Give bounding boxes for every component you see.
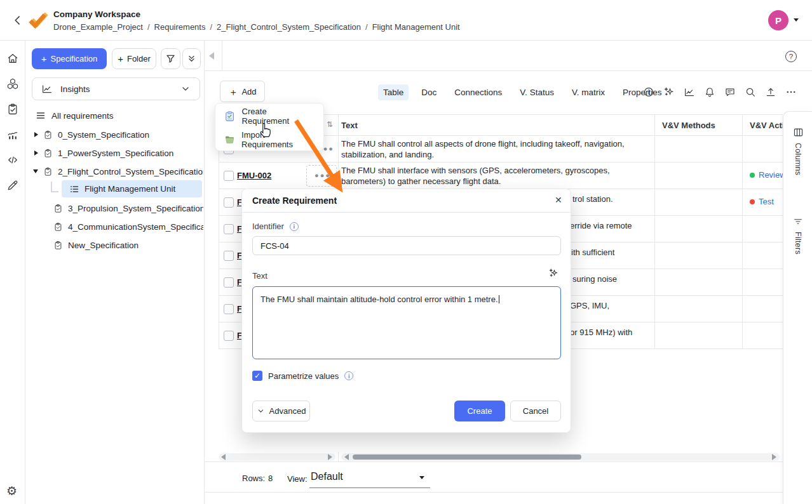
product-tree-icon[interactable] (6, 77, 19, 90)
app-rail: ⚙ (0, 41, 25, 504)
search-icon[interactable] (745, 86, 756, 98)
tree-connector (50, 182, 60, 196)
requirements-icon[interactable] (6, 103, 19, 116)
back-button[interactable] (11, 14, 24, 27)
view-select[interactable]: Default (309, 469, 430, 488)
table-horizontal-scrollbar[interactable] (341, 453, 780, 461)
avatar[interactable]: P (768, 10, 788, 30)
testing-icon[interactable] (6, 179, 19, 192)
scrollbar-thumb[interactable] (353, 454, 581, 460)
column-header-vv-activities[interactable]: V&V Acti (750, 121, 784, 130)
breadcrumb-requirements[interactable]: Requirements (154, 22, 206, 32)
tree-item-flight-control-specification[interactable]: 2_Flight_Control_System_Specification (33, 162, 203, 180)
info-icon[interactable]: i (290, 222, 299, 231)
column-header-text[interactable]: Text (341, 121, 358, 130)
add-button[interactable]: ＋ Add (220, 81, 265, 102)
home-icon[interactable] (6, 52, 19, 65)
insights-chart-icon[interactable] (684, 86, 695, 98)
double-chevron-down-icon (187, 54, 196, 63)
scroll-right-arrow[interactable] (328, 454, 332, 460)
tree-item-propulsion-specification[interactable]: 3_Propulsion_System_Specification (53, 199, 203, 217)
comments-icon[interactable] (724, 86, 736, 98)
tree-item-new-specification[interactable]: New_Specification (53, 236, 139, 254)
vv-activity-link[interactable]: Review (759, 170, 786, 180)
requirement-text-textarea[interactable]: The FMU shall maintain altitude-hold con… (252, 286, 561, 359)
vv-activity-cell: Test (750, 197, 774, 206)
row-checkbox[interactable] (224, 304, 234, 314)
tab-doc[interactable]: Doc (416, 84, 442, 100)
advanced-button[interactable]: Advanced (252, 401, 310, 421)
info-icon[interactable]: i (344, 371, 353, 380)
menu-item-import-requirements[interactable]: Import Requirements (215, 128, 323, 151)
tree-item-powersystem-specification[interactable]: 1_PowerSystem_Specification (34, 144, 173, 162)
column-header-vv-methods[interactable]: V&V Methods (662, 121, 715, 130)
status-dot-green (750, 173, 755, 178)
row-checkbox[interactable] (224, 197, 234, 208)
tab-v-status[interactable]: V. Status (515, 84, 559, 100)
new-specification-button[interactable]: + Specification (32, 48, 107, 69)
tree-item-system-specification[interactable]: 0_System_Specification (34, 126, 149, 143)
new-folder-label: Folder (127, 54, 151, 63)
collapse-panel-arrow[interactable] (208, 51, 215, 60)
breadcrumb-specification[interactable]: 2_Flight_Control_System_Specification (217, 22, 361, 32)
collapse-arrow-icon[interactable] (33, 169, 38, 173)
ai-sparkles-icon[interactable] (663, 86, 675, 98)
help-button[interactable]: ? (785, 51, 797, 62)
requirement-id-link[interactable]: FMU-002 (237, 171, 271, 180)
filters-tab-label: Filters (794, 232, 802, 255)
row-checkbox[interactable] (224, 224, 234, 234)
tab-connections[interactable]: Connections (449, 84, 507, 100)
avatar-initial: P (775, 15, 782, 26)
scroll-right-arrow[interactable] (772, 454, 776, 460)
expand-arrow-icon[interactable] (34, 150, 38, 156)
tab-v-matrix[interactable]: V. matrix (567, 84, 610, 100)
notifications-bell-icon[interactable] (704, 86, 715, 98)
table-row[interactable]: FMU-002 ●●● The FMU shall interface with… (219, 162, 783, 189)
specification-icon (43, 149, 53, 158)
expand-all-button[interactable] (182, 48, 201, 69)
valispace-logo[interactable] (27, 10, 49, 31)
sort-icon[interactable]: ⇅ (327, 120, 333, 129)
scroll-left-arrow[interactable] (221, 454, 226, 460)
insights-panel[interactable]: Insights (32, 77, 200, 100)
divider (205, 70, 812, 71)
parametrize-checkbox[interactable]: ✓ (252, 371, 262, 381)
analyses-icon[interactable] (6, 128, 19, 141)
account-menu-caret-icon[interactable] (794, 18, 799, 22)
filter-button[interactable] (161, 48, 180, 69)
more-options-icon[interactable] (785, 86, 797, 98)
breadcrumb-project[interactable]: Drone_Example_Project (53, 22, 143, 32)
scroll-left-arrow[interactable] (344, 454, 349, 460)
create-button[interactable]: Create (454, 401, 505, 421)
export-icon[interactable] (765, 86, 776, 98)
close-icon[interactable]: ✕ (555, 195, 562, 205)
row-checkbox[interactable] (224, 331, 234, 341)
filters-tab[interactable]: Filters (783, 216, 812, 255)
new-folder-button[interactable]: + Folder (112, 48, 156, 69)
tree-item-communication-specification[interactable]: 4_CommunicationSystem_Specification (53, 218, 203, 235)
row-checkbox[interactable] (224, 277, 234, 288)
parametrize-row: ✓ Parametrize values i (252, 371, 353, 381)
menu-item-create-requirement[interactable]: Create Requirement (215, 104, 323, 128)
hamburger-icon (36, 110, 46, 121)
breadcrumb: Drone_Example_Project / Requirements / 2… (53, 22, 460, 32)
cancel-button[interactable]: Cancel (510, 401, 561, 421)
row-checkbox[interactable] (224, 251, 234, 261)
info-icon[interactable] (643, 86, 654, 98)
row-checkbox[interactable] (224, 171, 234, 181)
requirement-text-fragment: erride via remote (570, 220, 632, 231)
identifier-input[interactable] (252, 236, 561, 255)
tab-table[interactable]: Table (378, 84, 409, 100)
columns-tab[interactable]: Columns (783, 127, 812, 175)
frozen-columns-scrollbar[interactable] (219, 453, 335, 461)
specifications-sidebar: + Specification + Folder Insights All re… (25, 41, 205, 504)
tree-item-flight-management-unit[interactable]: Flight Management Unit (62, 180, 202, 197)
sidebar-item-all-requirements[interactable]: All requirements (36, 108, 114, 123)
expand-arrow-icon[interactable] (34, 132, 38, 137)
settings-gear-icon[interactable]: ⚙ (6, 485, 19, 498)
vv-activity-link[interactable]: Test (759, 197, 774, 206)
ai-sparkles-button[interactable] (548, 267, 559, 279)
breadcrumb-current[interactable]: Flight Management Unit (372, 22, 460, 32)
row-menu-button[interactable]: ●●● (315, 171, 331, 179)
code-icon[interactable] (6, 154, 19, 166)
